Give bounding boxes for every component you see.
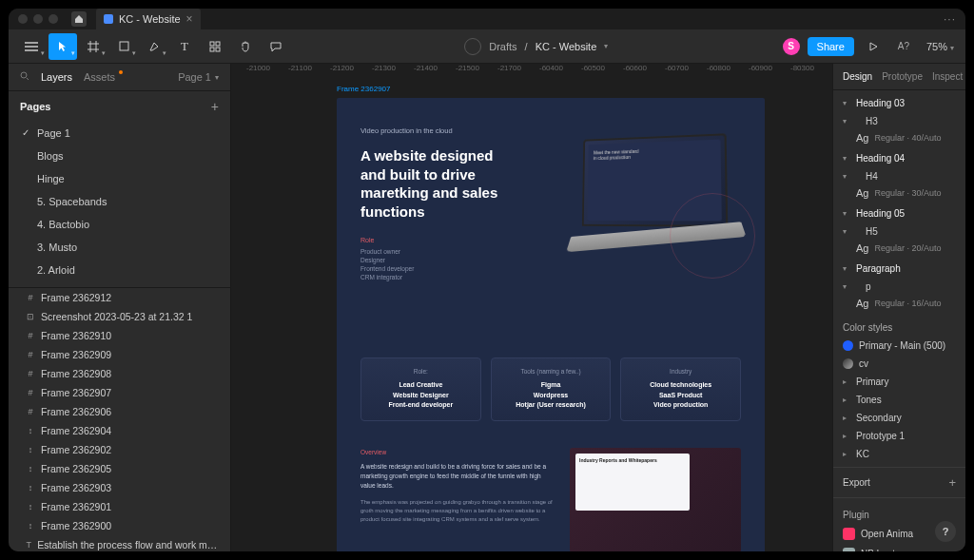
page-item[interactable]: Blogs (9, 145, 230, 167)
layer-item[interactable]: #Frame 2362908 (9, 364, 230, 383)
page-item[interactable]: Page 1 (9, 122, 230, 145)
layer-item[interactable]: ↕Frame 2362900 (9, 516, 230, 535)
color-styles-header: Color styles (833, 315, 965, 337)
text-style-heading[interactable]: ▾Heading 04 (833, 149, 965, 167)
color-group-item[interactable]: ▸Secondary (833, 409, 965, 427)
svg-rect-3 (210, 48, 214, 51)
text-style-preview[interactable]: AgRegular · 20/Auto (833, 241, 965, 260)
layer-name: Frame 2362908 (41, 367, 111, 380)
color-style-item[interactable]: cv (833, 355, 965, 373)
layer-item[interactable]: #Frame 2362910 (9, 326, 230, 345)
user-avatar[interactable]: S (783, 38, 800, 55)
search-icon[interactable] (20, 71, 29, 83)
layer-type-icon: # (26, 293, 35, 302)
page-item[interactable]: Hinge (9, 167, 230, 190)
text-style-sub[interactable]: ▾H5 (833, 222, 965, 241)
text-style-sub[interactable]: ▾H3 (833, 112, 965, 130)
text-style-sub[interactable]: ▾H4 (833, 167, 965, 185)
layer-name: Frame 2362907 (41, 386, 111, 399)
layer-name: Frame 2362900 (41, 519, 111, 532)
text-icon: T (181, 39, 188, 54)
color-style-item[interactable]: Primary - Main (500) (833, 337, 965, 355)
layer-type-icon: # (26, 388, 35, 397)
layer-item[interactable]: TEstablish the process flow and work met… (9, 535, 230, 551)
layer-item[interactable]: ↕Frame 2362904 (9, 421, 230, 440)
svg-rect-4 (216, 48, 220, 51)
missing-fonts-button[interactable]: A? (892, 35, 915, 58)
share-button[interactable]: Share (808, 37, 854, 56)
svg-rect-0 (120, 42, 128, 50)
frame-label[interactable]: Frame 2362907 (337, 85, 390, 93)
page-item[interactable]: 2. Arloid (9, 259, 230, 281)
shape-tool[interactable]: ▾ (109, 33, 138, 60)
minimize-window-icon[interactable] (33, 14, 43, 24)
page-item[interactable]: 5. Spacebands (9, 190, 230, 213)
svg-point-5 (21, 72, 27, 78)
add-page-button[interactable]: + (211, 99, 219, 114)
prototype-tab[interactable]: Prototype (882, 71, 923, 82)
page-indicator[interactable]: Page 1 ▾ (178, 71, 219, 83)
move-tool[interactable]: ▾ (49, 33, 77, 60)
layer-type-icon: ↕ (26, 426, 35, 435)
layer-item[interactable]: ↕Frame 2362903 (9, 478, 230, 497)
text-style-preview[interactable]: AgRegular · 16/Auto (833, 296, 965, 315)
design-tab[interactable]: Design (843, 71, 872, 82)
main-menu-button[interactable]: ▾ (16, 33, 47, 60)
hero-headline: A website designed and built to drive ma… (360, 146, 513, 221)
frame-tool[interactable]: ▾ (79, 33, 107, 60)
close-tab-icon[interactable]: × (186, 12, 193, 26)
text-style-preview[interactable]: AgRegular · 40/Auto (833, 130, 965, 149)
document-tab[interactable]: KC - Website × (96, 9, 201, 29)
plugin-item[interactable]: NB heatmap (833, 544, 965, 551)
help-button[interactable]: ? (935, 521, 956, 542)
plugin-icon (843, 548, 855, 551)
text-style-heading[interactable]: ▾Heading 05 (833, 204, 965, 222)
breadcrumb-sep: / (525, 41, 528, 52)
titlebar: KC - Website × ··· (9, 9, 965, 29)
canvas[interactable]: -21000-21100-21200-21300-21400-21500-217… (231, 64, 832, 551)
text-tool[interactable]: T (170, 33, 199, 60)
present-button[interactable] (862, 35, 885, 58)
layer-item[interactable]: ↕Frame 2362905 (9, 459, 230, 478)
overflow-menu-icon[interactable]: ··· (944, 12, 956, 26)
layer-item[interactable]: #Frame 2362907 (9, 383, 230, 402)
zoom-level[interactable]: 75% ▾ (923, 41, 958, 52)
maximize-window-icon[interactable] (49, 14, 58, 24)
text-style-heading[interactable]: ▾Paragraph (833, 260, 965, 278)
export-section[interactable]: Export+ (833, 472, 965, 493)
layer-item[interactable]: ⊡Screenshot 2023-05-23 at 21.32 1 (9, 307, 230, 326)
close-window-icon[interactable] (18, 14, 28, 24)
layer-name: Frame 2362902 (41, 443, 111, 456)
layer-item[interactable]: #Frame 2362912 (9, 288, 230, 307)
home-tab[interactable] (71, 11, 87, 27)
color-group-item[interactable]: ▸KC (833, 445, 965, 463)
color-swatch-icon (843, 340, 853, 351)
layer-item[interactable]: #Frame 2362909 (9, 345, 230, 364)
document-breadcrumb[interactable]: Drafts / KC - Website ▾ (290, 38, 783, 55)
text-style-sub[interactable]: ▾p (833, 278, 965, 296)
hand-tool[interactable] (231, 33, 260, 60)
layer-item[interactable]: ↕Frame 2362901 (9, 497, 230, 516)
layers-tab[interactable]: Layers (41, 71, 72, 83)
resources-tool[interactable] (201, 33, 229, 60)
color-group-item[interactable]: ▸Prototype 1 (833, 427, 965, 445)
inspect-tab[interactable]: Inspect (932, 71, 963, 82)
pen-tool[interactable]: ▾ (140, 33, 168, 60)
page-item[interactable]: 4. Bactobio (9, 213, 230, 236)
layer-item[interactable]: #Frame 2362906 (9, 402, 230, 421)
page-item[interactable]: 3. Musto (9, 236, 230, 259)
color-group-item[interactable]: ▸Tones (833, 391, 965, 409)
layer-item[interactable]: ↕Frame 2362902 (9, 440, 230, 459)
updates-dot-icon (119, 70, 123, 74)
add-export-button[interactable]: + (948, 475, 956, 490)
layer-name: Screenshot 2023-05-23 at 21.32 1 (41, 310, 192, 323)
overview-p2: The emphasis was projected on guiding gr… (360, 498, 556, 524)
design-frame[interactable]: Video production in the cloud A website … (337, 98, 765, 551)
breadcrumb-drafts: Drafts (489, 41, 516, 52)
comment-tool[interactable] (262, 33, 290, 60)
color-group-item[interactable]: ▸Primary (833, 373, 965, 391)
assets-tab[interactable]: Assets (84, 71, 115, 83)
text-style-heading[interactable]: ▾Heading 03 (833, 94, 965, 112)
text-style-preview[interactable]: AgRegular · 30/Auto (833, 185, 965, 204)
chevron-down-icon: ▾ (604, 42, 608, 50)
